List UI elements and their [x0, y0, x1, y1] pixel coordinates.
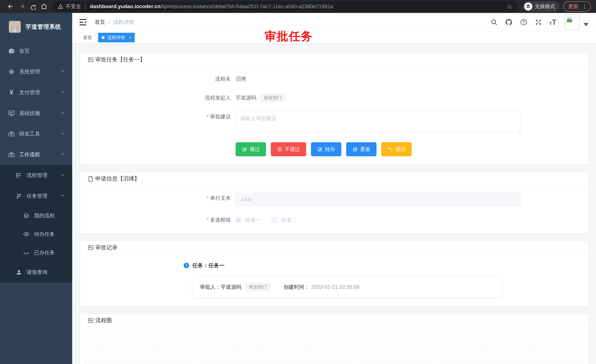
bpmn-canvas-wrap [80, 327, 589, 364]
sidebar-item-todo-tasks[interactable]: 待办任务 [0, 225, 72, 243]
browser-home-icon[interactable] [38, 1, 50, 12]
sidebar-collapse-icon[interactable] [79, 19, 87, 26]
sidebar-item-workflow[interactable]: 工作流程 [0, 144, 72, 165]
screen: 不安全 | dashboard.yudao.iocoder.cn/bpm/pro… [0, 0, 596, 364]
transfer-button[interactable]: 转办 [311, 142, 341, 156]
card-title: 申请信息【滔博】 [95, 175, 140, 182]
chevron-down-icon [60, 69, 65, 75]
incognito-icon [524, 2, 532, 11]
sidebar-menu: 首页 系统管理 ¥ 支付管理 [0, 41, 72, 283]
sidebar-item-label: 任务管理 [27, 193, 47, 200]
sidebar-item-my-process[interactable]: 我的流程 [0, 206, 72, 225]
sidebar-item-done-tasks[interactable]: 已办任务 [0, 243, 72, 262]
undo-icon [387, 147, 393, 152]
reject-button[interactable]: 不通过 [271, 142, 306, 156]
fullscreen-icon[interactable] [534, 18, 543, 26]
sidebar-item-system[interactable]: 系统管理 [0, 61, 72, 82]
application-info-card: 申请信息【滔博】 单行文本 多选框组 选项一 [80, 172, 589, 233]
sidebar-item-label: 系统管理 [19, 68, 40, 75]
picture-icon [88, 317, 94, 324]
card-title: 审批记录 [95, 244, 118, 251]
flow-tree-icon [15, 193, 22, 199]
created-value: 2022-01-21 22:35:08 [311, 284, 359, 290]
active-tab-dot [102, 36, 104, 39]
comment-textarea[interactable] [236, 111, 521, 132]
picture-icon [88, 57, 94, 63]
briefcase-icon [8, 151, 15, 158]
incognito-label: 无痕模式 [535, 3, 555, 10]
sidebar-item-label: 工作流程 [19, 151, 40, 158]
single-text-input [236, 193, 521, 206]
approve-button[interactable]: 通过 [236, 142, 266, 156]
browser-menu-icon[interactable]: ⋮ [582, 3, 588, 10]
breadcrumb-home[interactable]: 首页 [95, 19, 105, 26]
single-text-label: 单行文本 [184, 193, 236, 206]
gear-icon [8, 68, 15, 75]
sidebar-item-devtools[interactable]: 研发工具 [0, 124, 72, 144]
sidebar-item-label: 待办任务 [34, 231, 55, 238]
browser-toolbar: 不安全 | dashboard.yudao.iocoder.cn/bpm/pro… [0, 0, 596, 13]
delegate-button[interactable]: 委派 [346, 142, 376, 156]
address-bar[interactable]: 不安全 | dashboard.yudao.iocoder.cn/bpm/pro… [52, 1, 518, 12]
document-icon [88, 176, 94, 182]
circle-close-icon [277, 147, 282, 152]
url-host: dashboard.yudao.iocoder.cn [90, 4, 160, 9]
edit-icon [317, 147, 322, 152]
chevron-down-icon [60, 89, 65, 96]
sidebar-item-leave-query[interactable]: 请假查询 [0, 262, 72, 283]
sidebar-item-infra[interactable]: 基础设施 [0, 103, 72, 124]
bpmn-canvas[interactable] [85, 331, 584, 364]
user-icon [15, 269, 22, 276]
chevron-up-icon [60, 152, 65, 158]
help-icon[interactable]: ? [520, 18, 528, 26]
github-icon[interactable] [505, 18, 513, 26]
initiator-row: 流程发起人 芋道源码 研发部门 [184, 93, 581, 103]
single-text-row: 单行文本 [184, 193, 581, 206]
avatar-dropdown-caret[interactable] [583, 23, 589, 26]
top-navbar: 首页 / 流程详情 ? [72, 13, 596, 31]
initiator-label: 流程发起人 [184, 93, 236, 103]
checkbox-checked-icon [236, 217, 241, 223]
checkbox-option-1: 选项一 [236, 216, 261, 223]
task-title: 任务：任务一 [192, 262, 581, 269]
created-label: 创建时间： [283, 284, 309, 291]
chevron-down-icon [60, 110, 65, 116]
eye-closed-icon [22, 249, 30, 256]
browser-reload-icon[interactable] [27, 1, 38, 12]
comment-label: 审批建议 [184, 111, 236, 132]
sidebar-item-task-mgmt[interactable]: 任务管理 [0, 186, 72, 206]
app-logo[interactable]: 🐰 芋道管理系统 [0, 13, 72, 41]
tab-home[interactable]: 首页 [79, 33, 96, 42]
department-tag: 研发部门 [261, 94, 285, 102]
return-button[interactable]: 退回 [381, 142, 412, 156]
checkbox-unchecked-icon [272, 217, 277, 223]
department-tag: 研发部门 [246, 283, 270, 291]
approval-records-card: 审批记录 任务：任务一 审批人：芋道源码 研发部门 创建时间： [80, 241, 589, 306]
sidebar-item-process-mgmt[interactable]: 流程管理 [0, 165, 72, 186]
browser-update-button[interactable]: 更新 ⋮ [563, 1, 591, 12]
tab-close-icon[interactable]: × [129, 35, 131, 40]
broken-image-icon [566, 16, 573, 23]
edit-icon [242, 147, 247, 152]
sidebar-item-home[interactable]: 首页 [0, 41, 72, 61]
bookmark-star-icon[interactable]: ☆ [507, 3, 512, 10]
browser-forward-icon[interactable] [16, 1, 27, 12]
chevron-down-icon [60, 131, 65, 137]
sidebar-item-label: 研发工具 [19, 130, 40, 138]
search-icon[interactable] [490, 18, 498, 26]
font-size-icon[interactable]: TT [549, 19, 556, 26]
face-icon [22, 212, 30, 219]
process-diagram-card: 流程图 [80, 314, 589, 364]
checkbox-option-2: 选项二 [272, 216, 296, 223]
chevron-up-icon [60, 193, 65, 199]
update-label[interactable]: 更新 [568, 3, 579, 10]
warning-icon [58, 4, 63, 9]
tab-process-detail[interactable]: 流程详情 × [98, 33, 135, 42]
sidebar-item-payment[interactable]: ¥ 支付管理 [0, 82, 72, 103]
monitor-icon [8, 110, 15, 117]
sidebar-item-label: 已办任务 [34, 249, 55, 256]
timeline-item: 任务：任务一 审批人：芋道源码 研发部门 创建时间： 2022-01-21 22… [184, 262, 581, 298]
avatar[interactable] [565, 15, 580, 30]
browser-back-icon[interactable] [5, 1, 16, 12]
url-path: /bpm/process-instance/detail?id=54aa251f… [160, 4, 333, 9]
